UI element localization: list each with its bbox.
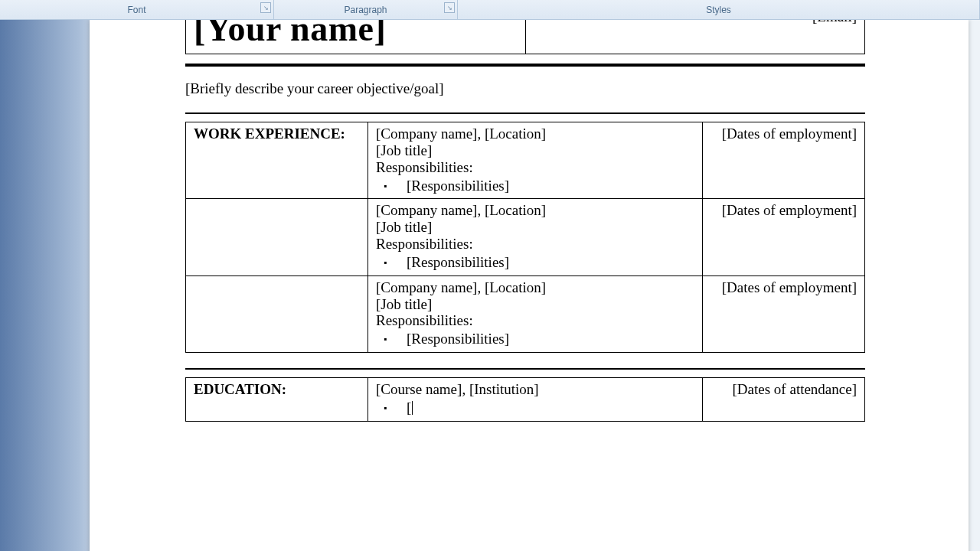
company-text: [Company name], [Location] xyxy=(376,279,694,296)
section-label-empty xyxy=(186,276,368,352)
work-body-cell[interactable]: [Company name], [Location] [Job title] R… xyxy=(368,122,703,199)
course-text: [Course name], [Institution] xyxy=(376,381,694,398)
ribbon-group-paragraph[interactable]: Paragraph ↘ xyxy=(274,0,458,19)
dates-text[interactable]: [Dates of employment] xyxy=(703,199,865,276)
ribbon-group-styles[interactable]: Styles xyxy=(458,0,980,19)
divider-icon xyxy=(185,112,865,114)
page[interactable]: [Your name] [Email] [Briefly describe yo… xyxy=(90,20,969,551)
list-item[interactable]: [Responsibilities] xyxy=(407,178,694,194)
email-text: [Email] xyxy=(812,20,857,24)
company-text: [Company name], [Location] xyxy=(376,126,694,142)
work-body-cell[interactable]: [Company name], [Location] [Job title] R… xyxy=(368,276,703,352)
dates-text[interactable]: [Dates of attendance] xyxy=(703,378,865,422)
ribbon-group-label: Font xyxy=(127,5,145,15)
dates-text[interactable]: [Dates of employment] xyxy=(703,122,865,199)
job-title-text: [Job title] xyxy=(376,142,694,159)
responsibilities-list: [Responsibilities] xyxy=(376,331,694,347)
divider-icon xyxy=(185,64,865,67)
table-row[interactable]: [Company name], [Location] [Job title] R… xyxy=(186,199,865,276)
name-text: [Your name] xyxy=(194,20,518,49)
ribbon-group-font[interactable]: Font ↘ xyxy=(0,0,274,19)
responsibilities-list: [Responsibilities] xyxy=(376,254,694,271)
list-item[interactable]: [Responsibilities] xyxy=(407,254,694,271)
education-body-cell[interactable]: [Course name], [Institution] [ xyxy=(368,378,703,422)
ribbon-group-label: Paragraph xyxy=(344,5,387,15)
work-experience-table: WORK EXPERIENCE: [Company name], [Locati… xyxy=(185,122,865,353)
dialog-launcher-icon[interactable]: ↘ xyxy=(444,2,455,13)
table-row[interactable]: [Company name], [Location] [Job title] R… xyxy=(186,276,865,352)
section-label: WORK EXPERIENCE: xyxy=(186,122,368,199)
dates-text[interactable]: [Dates of employment] xyxy=(703,276,865,352)
name-cell[interactable]: [Your name] xyxy=(186,20,526,54)
table-row[interactable]: WORK EXPERIENCE: [Company name], [Locati… xyxy=(186,122,865,199)
responsibilities-label: Responsibilities: xyxy=(376,159,694,176)
dialog-launcher-icon[interactable]: ↘ xyxy=(260,2,271,13)
objective-text[interactable]: [Briefly describe your career objective/… xyxy=(185,80,865,97)
responsibilities-label: Responsibilities: xyxy=(376,312,694,329)
section-label: EDUCATION: xyxy=(186,378,368,422)
email-cell[interactable]: [Email] xyxy=(525,20,865,54)
job-title-text: [Job title] xyxy=(376,219,694,236)
education-list: [ xyxy=(376,399,694,416)
table-row[interactable]: EDUCATION: [Course name], [Institution] … xyxy=(186,378,865,422)
education-bullet-text: [ xyxy=(407,399,411,416)
section-label-empty xyxy=(186,199,368,276)
responsibilities-label: Responsibilities: xyxy=(376,236,694,253)
ribbon: Font ↘ Paragraph ↘ Styles xyxy=(0,0,980,20)
company-text: [Company name], [Location] xyxy=(376,202,694,219)
divider-icon xyxy=(185,368,865,370)
document-canvas[interactable]: [Your name] [Email] [Briefly describe yo… xyxy=(0,20,980,551)
education-table: EDUCATION: [Course name], [Institution] … xyxy=(185,377,865,422)
responsibilities-list: [Responsibilities] xyxy=(376,178,694,194)
job-title-text: [Job title] xyxy=(376,296,694,313)
work-body-cell[interactable]: [Company name], [Location] [Job title] R… xyxy=(368,199,703,276)
text-cursor-icon xyxy=(412,401,413,415)
list-item[interactable]: [Responsibilities] xyxy=(407,331,694,347)
list-item[interactable]: [ xyxy=(407,399,694,416)
ribbon-group-label: Styles xyxy=(706,5,731,15)
header-table: [Your name] [Email] xyxy=(185,20,865,54)
